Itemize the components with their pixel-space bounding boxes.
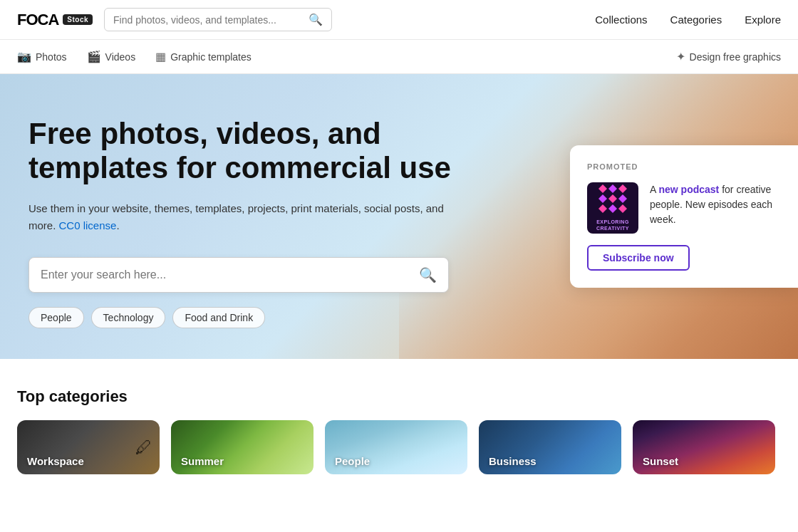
- promo-card: PROMOTED EXPLORIN: [570, 145, 798, 288]
- sparkle-icon: ✦: [676, 50, 685, 63]
- nav-videos-label: Videos: [105, 51, 136, 63]
- hero-tags: People Technology Food and Drink: [28, 307, 456, 328]
- nav-link-explore[interactable]: Explore: [745, 14, 781, 26]
- hero-license-link[interactable]: CC0 license: [59, 219, 117, 231]
- promo-podcast-link[interactable]: new podcast: [658, 184, 719, 195]
- category-people[interactable]: People: [325, 420, 467, 474]
- category-workspace-label: Workspace: [27, 455, 84, 467]
- design-free-graphics-link[interactable]: ✦ Design free graphics: [676, 50, 781, 63]
- promo-text: A new podcast for creative people. New e…: [650, 182, 781, 227]
- hero-title: Free photos, videos, and templates for c…: [28, 117, 456, 186]
- hero-content: Free photos, videos, and templates for c…: [0, 74, 484, 357]
- logo[interactable]: FOCA Stock: [17, 11, 93, 29]
- second-nav: 📷 Photos 🎬 Videos ▦ Graphic templates ✦ …: [0, 40, 798, 74]
- hero-tag-food-drink[interactable]: Food and Drink: [172, 307, 265, 328]
- category-sunset[interactable]: Sunset: [633, 420, 775, 474]
- promo-thumbnail: EXPLORING CREATIVITY: [587, 182, 638, 234]
- top-categories-title: Top categories: [17, 387, 781, 406]
- hero-search-input[interactable]: [41, 268, 419, 281]
- promo-thumbnail-line1: EXPLORING: [596, 219, 629, 225]
- category-summer-label: Summer: [181, 455, 224, 467]
- category-business[interactable]: Business: [479, 420, 621, 474]
- promo-label: PROMOTED: [587, 162, 781, 171]
- hero-tag-people[interactable]: People: [28, 307, 84, 328]
- hero-search-bar[interactable]: 🔍: [28, 257, 449, 293]
- promo-thumbnail-line2: CREATIVITY: [596, 225, 629, 231]
- logo-text: FOCA: [17, 11, 58, 29]
- camera-icon: 📷: [17, 50, 31, 63]
- hero-section: Free photos, videos, and templates for c…: [0, 74, 798, 359]
- nav-graphic-templates[interactable]: ▦ Graphic templates: [155, 50, 252, 63]
- category-business-label: Business: [489, 455, 537, 467]
- video-icon: 🎬: [87, 50, 101, 63]
- hero-tag-technology[interactable]: Technology: [91, 307, 166, 328]
- nav-link-categories[interactable]: Categories: [670, 14, 722, 26]
- top-search-input[interactable]: [113, 14, 309, 26]
- nav-photos-label: Photos: [36, 51, 67, 63]
- subscribe-button[interactable]: Subscribe now: [587, 245, 690, 271]
- hero-subtitle: Use them in your website, themes, templa…: [28, 200, 456, 234]
- logo-badge: Stock: [63, 14, 93, 25]
- category-sunset-label: Sunset: [643, 455, 678, 467]
- promo-body: EXPLORING CREATIVITY A new podcast for c…: [587, 182, 781, 234]
- nav-templates-label: Graphic templates: [170, 51, 252, 63]
- nav-videos[interactable]: 🎬 Videos: [87, 50, 136, 63]
- hero-search-button[interactable]: 🔍: [419, 266, 437, 283]
- design-free-graphics-label: Design free graphics: [690, 51, 781, 63]
- category-summer[interactable]: Summer: [171, 420, 314, 474]
- categories-grid: Workspace Summer People Business Sunset: [17, 420, 781, 474]
- search-icon: 🔍: [419, 267, 437, 283]
- top-nav: FOCA Stock 🔍 Collections Categories Expl…: [0, 0, 798, 40]
- category-people-label: People: [335, 455, 370, 467]
- nav-photos[interactable]: 📷 Photos: [17, 50, 67, 63]
- search-icon[interactable]: 🔍: [309, 13, 323, 26]
- top-search-bar[interactable]: 🔍: [104, 8, 332, 31]
- template-icon: ▦: [155, 50, 166, 63]
- category-workspace[interactable]: Workspace: [17, 420, 160, 474]
- nav-link-collections[interactable]: Collections: [595, 14, 647, 26]
- top-nav-right: Collections Categories Explore: [595, 14, 781, 26]
- top-categories-section: Top categories Workspace Summer People B…: [0, 359, 798, 491]
